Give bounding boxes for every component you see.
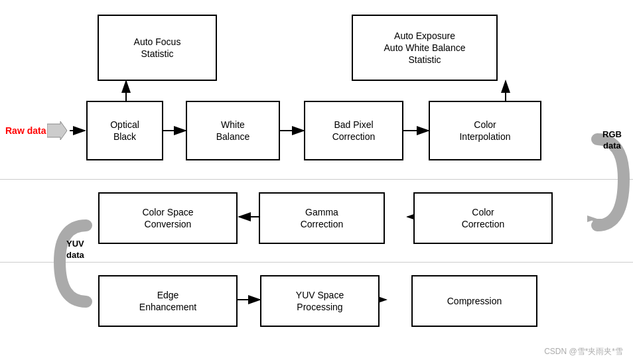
box-white-balance: White Balance: [186, 101, 280, 160]
box-auto-exposure: Auto Exposure Auto White Balance Statist…: [352, 15, 498, 81]
rgb-arrow-tip: [587, 212, 607, 232]
svg-marker-13: [587, 215, 597, 222]
box-compression: Compression: [411, 275, 537, 327]
box-yuv-space: YUV Space Processing: [260, 275, 380, 327]
watermark: CSDN @雪*夹雨夹*雪: [544, 346, 623, 357]
box-color-correction: Color Correction: [413, 192, 553, 244]
yuv-data-label: YUVdata: [66, 239, 84, 261]
divider-2: [0, 262, 633, 263]
svg-marker-15: [47, 121, 67, 140]
box-color-interpolation: Color Interpolation: [429, 101, 541, 160]
yuv-arrow-tip: [78, 293, 98, 313]
raw-data-label: Raw data: [5, 121, 67, 140]
box-color-space: Color Space Conversion: [98, 192, 238, 244]
box-edge-enhancement: Edge Enhancement: [98, 275, 238, 327]
divider-1: [0, 179, 633, 180]
diagram: Raw data RGBdata YUVdata Auto Focus Stat…: [0, 0, 633, 364]
box-bad-pixel: Bad Pixel Correction: [304, 101, 403, 160]
rgb-data-label: RGBdata: [602, 129, 622, 152]
box-auto-focus: Auto Focus Statistic: [98, 15, 217, 81]
box-gamma: Gamma Correction: [259, 192, 385, 244]
box-optical-black: Optical Black: [86, 101, 163, 160]
svg-marker-14: [78, 296, 88, 303]
